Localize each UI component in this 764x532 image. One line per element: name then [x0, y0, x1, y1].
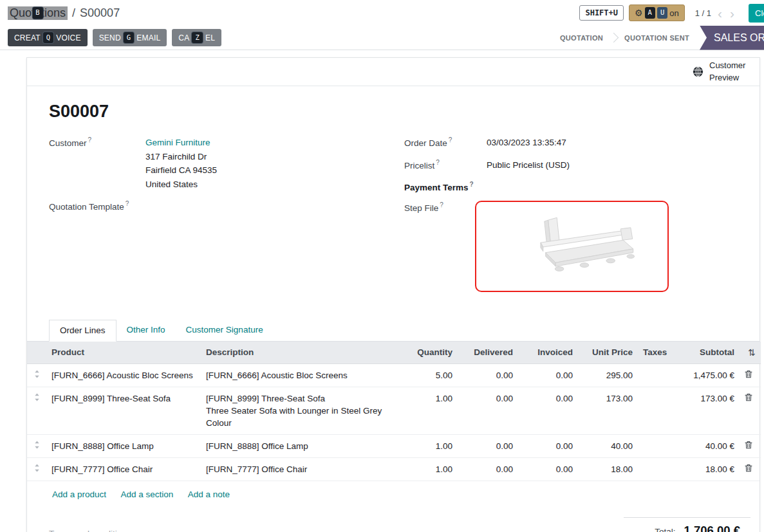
stage-quotation[interactable]: QUOTATION	[550, 34, 613, 42]
cell-unit-price[interactable]: 295.00	[578, 363, 638, 387]
cell-invoiced[interactable]: 0.00	[518, 457, 578, 481]
step-file-3d-preview	[476, 203, 667, 290]
customer-preview-button[interactable]: Customer Preview	[693, 60, 749, 83]
pricelist-value[interactable]: Public Pricelist (USD)	[487, 158, 570, 172]
pager-counter: 1 / 1	[695, 8, 711, 18]
stage-sales-order-active[interactable]: SALES ORDER	[700, 26, 764, 50]
cell-product[interactable]: [FURN_6666] Acoustic Bloc Screens	[46, 363, 201, 387]
cell-product[interactable]: [FURN_8999] Three-Seat Sofa	[46, 387, 201, 434]
column-header-unit-price: Unit Price	[578, 342, 638, 364]
delete-row-button[interactable]	[745, 441, 752, 451]
cell-unit-price[interactable]: 40.00	[578, 434, 638, 457]
cell-taxes[interactable]	[638, 457, 675, 481]
customer-address-line: Fairfield CA 94535	[145, 163, 217, 178]
cell-taxes[interactable]	[638, 387, 675, 434]
cell-subtotal: 18.00 €	[675, 457, 740, 481]
delete-row-button[interactable]	[745, 370, 752, 380]
table-row[interactable]: [FURN_6666] Acoustic Bloc Screens [FURN_…	[27, 363, 761, 387]
optional-columns-toggle-icon[interactable]: ⇅	[748, 347, 756, 358]
trash-icon	[745, 441, 752, 449]
total-label: Total:	[655, 527, 675, 532]
pager-next-button[interactable]: ›	[729, 6, 736, 20]
cell-product[interactable]: [FURN_8888] Office Lamp	[46, 434, 201, 457]
cell-quantity[interactable]: 1.00	[404, 434, 458, 457]
quotation-template-label: Quotation Template?	[49, 199, 145, 212]
stage-quotation-sent[interactable]: QUOTATION SENT	[614, 34, 700, 42]
customer-field-value[interactable]: Gemini Furniture 317 Fairchild Dr Fairfi…	[145, 136, 217, 191]
cell-description[interactable]: [FURN_6666] Acoustic Bloc Screens	[201, 363, 404, 387]
step-file-image[interactable]	[475, 201, 669, 292]
cell-subtotal: 40.00 €	[675, 434, 740, 457]
total-value: 1,706.00 €	[684, 524, 740, 532]
cell-quantity[interactable]: 1.00	[404, 387, 458, 434]
tab-other-info[interactable]: Other Info	[116, 320, 176, 341]
cell-delivered[interactable]: 0.00	[458, 387, 518, 434]
help-icon: ?	[440, 201, 443, 208]
cancel-button[interactable]: CA Z EL	[172, 29, 221, 47]
add-a-product-link[interactable]: Add a product	[52, 490, 106, 499]
cell-taxes[interactable]	[638, 363, 675, 387]
order-date-value[interactable]: 03/03/2023 13:35:47	[487, 136, 566, 150]
control-panel: Quotations B / S00007 SHIFT+U ⚙ A U on 1…	[0, 0, 764, 26]
cell-product[interactable]: [FURN_7777] Office Chair	[46, 457, 201, 481]
cell-description[interactable]: [FURN_8888] Office Lamp	[201, 434, 404, 457]
accesskey-badge-u: U	[657, 7, 667, 19]
cancel-label-pre: CA	[178, 33, 189, 42]
table-row[interactable]: [FURN_7777] Office Chair [FURN_7777] Off…	[27, 457, 761, 481]
cell-invoiced[interactable]: 0.00	[518, 387, 578, 434]
cell-unit-price[interactable]: 18.00	[578, 457, 638, 481]
table-row[interactable]: [FURN_8888] Office Lamp [FURN_8888] Offi…	[27, 434, 761, 457]
customer-link[interactable]: Gemini Furniture	[145, 138, 210, 147]
cell-quantity[interactable]: 5.00	[404, 363, 458, 387]
quotation-template-field-row: Quotation Template?	[49, 199, 404, 212]
accesskey-badge-a: A	[645, 7, 655, 19]
send-email-label-pre: SEND	[99, 33, 121, 42]
trash-icon	[745, 370, 752, 378]
create-invoice-button[interactable]: CREAT Q VOICE	[8, 29, 88, 47]
add-a-note-link[interactable]: Add a note	[188, 490, 230, 499]
drag-handle-icon[interactable]	[27, 363, 46, 387]
cell-taxes[interactable]	[638, 434, 675, 457]
cell-description[interactable]: [FURN_7777] Office Chair	[201, 457, 404, 481]
terms-and-conditions-placeholder[interactable]: Terms and conditions...	[49, 517, 138, 532]
control-panel-right: SHIFT+U ⚙ A U on 1 / 1 ‹ ›	[579, 5, 736, 21]
column-header-delivered: Delivered	[458, 342, 518, 364]
cell-unit-price[interactable]: 173.00	[578, 387, 638, 434]
cell-delivered[interactable]: 0.00	[458, 434, 518, 457]
send-email-button[interactable]: SEND G EMAIL	[93, 29, 167, 47]
tab-customer-signature[interactable]: Customer Signature	[176, 320, 274, 341]
action-menu-button[interactable]: ⚙ A U on	[629, 5, 685, 21]
customer-preview-label: Customer Preview	[709, 60, 749, 83]
close-button[interactable]: Close	[749, 4, 764, 23]
cell-invoiced[interactable]: 0.00	[518, 363, 578, 387]
cell-delivered[interactable]: 0.00	[458, 363, 518, 387]
statusbar: QUOTATION QUOTATION SENT SALES ORDER	[550, 26, 764, 50]
accesskey-badge-b: B	[32, 7, 42, 19]
column-header-product: Product	[46, 342, 201, 364]
accesskey-badge-g: G	[124, 32, 135, 44]
drag-handle-icon[interactable]	[27, 434, 46, 457]
delete-row-button[interactable]	[745, 464, 752, 474]
cell-description[interactable]: [FURN_8999] Three-Seat Sofa Three Seater…	[201, 387, 404, 434]
breadcrumb-separator: /	[72, 6, 75, 20]
total-box: Total: 1,706.00 €	[624, 517, 750, 532]
add-a-section-link[interactable]: Add a section	[121, 490, 174, 499]
drag-handle-icon[interactable]	[27, 457, 46, 481]
help-icon: ?	[436, 159, 440, 166]
globe-icon	[693, 66, 703, 77]
pager-previous-button[interactable]: ‹	[716, 6, 723, 20]
tab-order-lines[interactable]: Order Lines	[49, 320, 116, 342]
cancel-label-post: EL	[205, 33, 215, 42]
payment-terms-label: Payment Terms?	[404, 180, 487, 192]
cell-quantity[interactable]: 1.00	[404, 457, 458, 481]
help-icon: ?	[88, 136, 92, 143]
step-file-field-row: Step File?	[404, 201, 738, 292]
table-row[interactable]: [FURN_8999] Three-Seat Sofa [FURN_8999] …	[27, 387, 761, 434]
drag-handle-icon[interactable]	[27, 387, 46, 434]
customer-address-line: 317 Fairchild Dr	[145, 150, 217, 164]
breadcrumb-quotations-link[interactable]: Quotations B	[8, 6, 68, 20]
cell-delivered[interactable]: 0.00	[458, 457, 518, 481]
delete-row-button[interactable]	[745, 393, 752, 403]
create-invoice-label-pre: CREAT	[14, 33, 41, 42]
cell-invoiced[interactable]: 0.00	[518, 434, 578, 457]
